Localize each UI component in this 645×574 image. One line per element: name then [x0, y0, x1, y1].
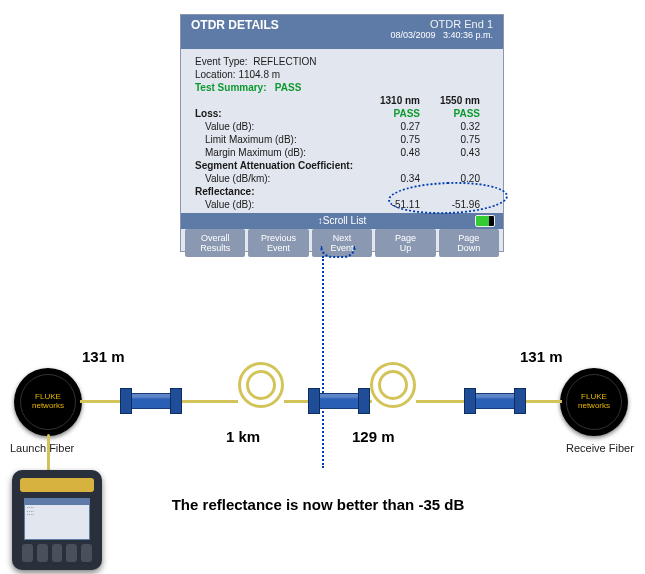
tab-page-up[interactable]: PageUp [375, 229, 435, 257]
tab-next-event[interactable]: NextEvent [312, 229, 372, 257]
launch-fiber-reel: FLUKEnetworks [14, 368, 82, 436]
scroll-list-label: ↕Scroll List [318, 215, 366, 226]
tab-overall-results[interactable]: OverallResults [185, 229, 245, 257]
distance-131m-right: 131 m [520, 348, 563, 365]
otdr-title: OTDR DETAILS [191, 18, 279, 32]
limit-1: 0.75 [360, 134, 420, 145]
summary-label: Test Summary: [195, 82, 267, 93]
value-db-label: Value (dB): [195, 121, 360, 132]
fiber-spool-129m-icon [370, 362, 416, 408]
receive-fiber-label: Receive Fiber [566, 442, 634, 454]
reflectance-label: Reflectance: [195, 186, 360, 197]
event-type-label: Event Type: [195, 56, 248, 67]
reflectance-1: -51.11 [360, 199, 420, 210]
wavelength-2: 1550 nm [420, 95, 480, 106]
reflectance-val-label: Value (dB): [195, 199, 360, 210]
segment-label: Segment Attenuation Coefficient: [195, 160, 360, 171]
otdr-title-bar: OTDR DETAILS OTDR End 1 08/03/2009 3:40:… [181, 15, 503, 49]
distance-131m-left: 131 m [82, 348, 125, 365]
wavelength-1: 1310 nm [360, 95, 420, 106]
otdr-time: 3:40:36 p.m. [443, 30, 493, 40]
otdr-details-panel: OTDR DETAILS OTDR End 1 08/03/2009 3:40:… [180, 14, 504, 252]
value-db-1: 0.27 [360, 121, 420, 132]
fiber-diagram: FLUKEnetworks FLUKEnetworks Launch Fiber… [0, 330, 645, 574]
tab-previous-event[interactable]: PreviousEvent [248, 229, 308, 257]
otdr-instrument-icon: - - - -- - - -- - - - [12, 470, 102, 570]
summary-value: PASS [275, 82, 302, 93]
margin-1: 0.48 [360, 147, 420, 158]
segment-1: 0.34 [360, 173, 420, 184]
event-type-value: REFLECTION [253, 56, 316, 67]
loss-label: Loss: [195, 108, 360, 119]
location-label: Location: [195, 69, 236, 80]
launch-fiber-label: Launch Fiber [10, 442, 74, 454]
loss-result-1: PASS [360, 108, 420, 119]
fiber-to-otdr [47, 434, 50, 472]
connector-icon [470, 393, 520, 409]
tab-row: OverallResults PreviousEvent NextEvent P… [181, 229, 503, 261]
distance-129m: 129 m [352, 428, 395, 445]
limit-2: 0.75 [420, 134, 480, 145]
tab-page-down[interactable]: PageDown [439, 229, 499, 257]
fiber-segment [176, 400, 238, 403]
margin-2: 0.43 [420, 147, 480, 158]
connector-icon [126, 393, 176, 409]
otdr-body: Event Type: REFLECTION Location: 1104.8 … [181, 49, 503, 213]
segment-val-label: Value (dB/km): [195, 173, 360, 184]
otdr-subtitle: OTDR End 1 [390, 18, 493, 30]
battery-icon [475, 215, 495, 227]
otdr-date: 08/03/2009 [390, 30, 435, 40]
loss-result-2: PASS [420, 108, 480, 119]
connector-icon [314, 393, 364, 409]
reflectance-note: The reflectance is now better than -35 d… [138, 496, 498, 513]
reflectance-2: -51.96 [420, 199, 480, 210]
location-value: 1104.8 m [238, 69, 280, 80]
value-db-2: 0.32 [420, 121, 480, 132]
fiber-spool-1km-icon [238, 362, 284, 408]
segment-2: 0.20 [420, 173, 480, 184]
limit-label: Limit Maximum (dB): [195, 134, 360, 145]
receive-fiber-reel: FLUKEnetworks [560, 368, 628, 436]
margin-label: Margin Maximum (dB): [195, 147, 360, 158]
distance-1km: 1 km [226, 428, 260, 445]
scroll-list-bar[interactable]: ↕Scroll List [181, 213, 503, 229]
